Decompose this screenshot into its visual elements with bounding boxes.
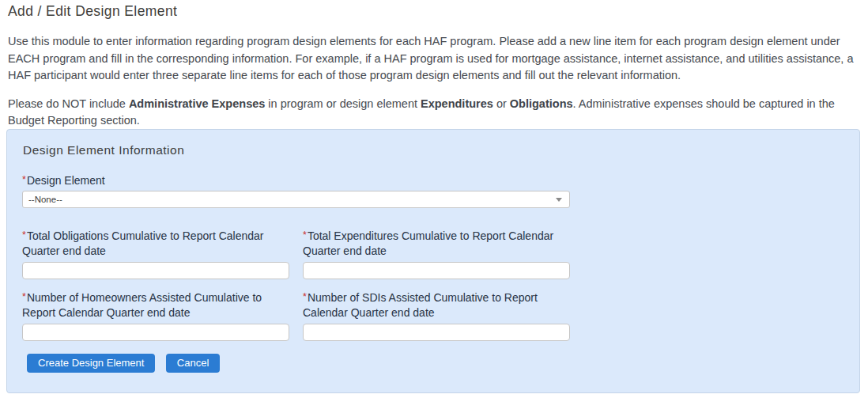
required-asterisk: * <box>22 291 26 302</box>
button-row: Create Design Element Cancel <box>27 354 227 373</box>
note-bold-expenditures: Expenditures <box>421 97 493 110</box>
form-row-totals: *Total Obligations Cumulative to Report … <box>22 218 570 279</box>
note-paragraph: Please do NOT include Administrative Exp… <box>8 96 865 129</box>
design-element-information-panel: Design Element Information *Design Eleme… <box>6 129 860 393</box>
add-edit-design-element-page: Add / Edit Design Element Use this modul… <box>0 0 868 398</box>
form-row-counts: *Number of Homeowners Assisted Cumulativ… <box>22 280 570 341</box>
design-element-select[interactable]: --None-- <box>22 191 570 208</box>
field-total-obligations: *Total Obligations Cumulative to Report … <box>22 218 289 279</box>
total-obligations-label: *Total Obligations Cumulative to Report … <box>22 228 289 259</box>
panel-title: Design Element Information <box>23 143 184 157</box>
note-bold-admin-expenses: Administrative Expenses <box>129 97 265 110</box>
homeowners-assisted-label: *Number of Homeowners Assisted Cumulativ… <box>22 290 289 320</box>
create-design-element-button[interactable]: Create Design Element <box>27 354 155 373</box>
dropdown-caret-icon <box>556 198 562 202</box>
required-asterisk: * <box>303 291 307 302</box>
required-asterisk: * <box>22 229 26 241</box>
required-asterisk: * <box>303 229 307 241</box>
page-title: Add / Edit Design Element <box>8 3 177 20</box>
sdis-assisted-input[interactable] <box>303 324 570 341</box>
design-element-selected-value: --None-- <box>28 195 62 204</box>
sdis-assisted-label: *Number of SDIs Assisted Cumulative to R… <box>303 290 570 320</box>
design-element-label: *Design Element <box>22 172 570 188</box>
homeowners-assisted-input[interactable] <box>22 324 289 341</box>
required-asterisk: * <box>22 174 26 185</box>
field-design-element: *Design Element --None-- <box>22 172 570 208</box>
total-obligations-input[interactable] <box>22 262 289 279</box>
field-homeowners-assisted: *Number of Homeowners Assisted Cumulativ… <box>22 280 289 341</box>
cancel-button[interactable]: Cancel <box>166 354 220 373</box>
total-expenditures-label: *Total Expenditures Cumulative to Report… <box>303 228 570 259</box>
note-pre: Please do NOT include <box>8 97 129 110</box>
field-total-expenditures: *Total Expenditures Cumulative to Report… <box>303 218 570 279</box>
intro-paragraph: Use this module to enter information reg… <box>8 33 865 85</box>
note-bold-obligations: Obligations <box>510 97 573 110</box>
note-mid1: in program or design element <box>265 97 421 110</box>
note-mid2: or <box>493 97 510 110</box>
field-sdis-assisted: *Number of SDIs Assisted Cumulative to R… <box>303 280 570 341</box>
total-expenditures-input[interactable] <box>303 262 570 279</box>
